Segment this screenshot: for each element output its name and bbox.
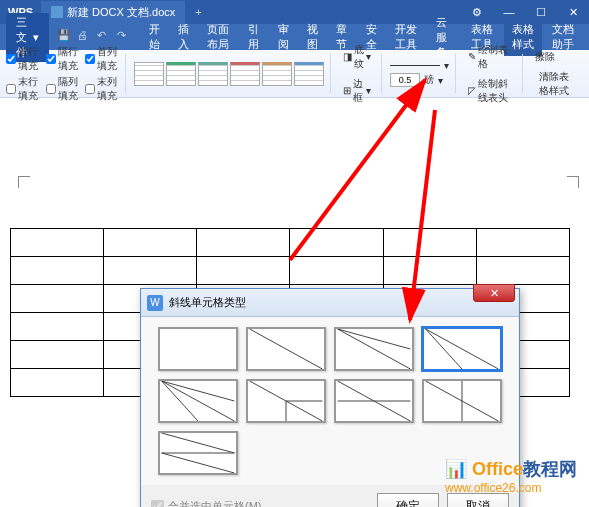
ok-button[interactable]: 确定 <box>377 493 439 507</box>
diag-type-tl-br[interactable] <box>246 327 326 371</box>
svg-line-7 <box>162 381 198 421</box>
chk-last-col[interactable]: 末列填充 <box>85 75 119 103</box>
quick-toolbar: 💾 🖨 ↶ ↷ <box>57 29 133 45</box>
watermark: 📊 Office教程网 www.office26.com <box>445 457 577 495</box>
diag-type-hsplit[interactable] <box>334 379 414 423</box>
merge-checkbox[interactable]: 合并选中单元格(M) <box>151 499 262 507</box>
table-style-3[interactable] <box>198 62 228 86</box>
ribbon-shading-border: ◨ 底纹 ▾ ⊞ 边框 ▾ <box>339 54 382 93</box>
menu-view[interactable]: 视图 <box>299 18 326 56</box>
table-style-1[interactable] <box>134 62 164 86</box>
brand-cn: 教程网 <box>523 459 577 479</box>
diag-type-vsplit[interactable] <box>422 379 502 423</box>
ribbon-fill-options: 首行填充 隔行填充 首列填充 末行填充 隔列填充 末列填充 <box>6 54 126 93</box>
clear-style-button[interactable]: 清除表格样式 <box>531 68 577 100</box>
ribbon-draw: ✎ 绘制表格 ◸ 绘制斜线表头 <box>464 54 523 93</box>
diag-type-split-left[interactable] <box>422 327 502 371</box>
chevron-down-icon: ▾ <box>33 31 39 44</box>
ribbon-erase: 擦除 清除表格样式 <box>531 54 583 93</box>
diag-type-double[interactable] <box>158 431 238 475</box>
ribbon-style-gallery <box>134 54 331 93</box>
menu-review[interactable]: 审阅 <box>270 18 297 56</box>
diag-type-three[interactable] <box>158 379 238 423</box>
table-style-5[interactable] <box>262 62 292 86</box>
chk-first-col[interactable]: 首列填充 <box>85 45 119 73</box>
chk-alt-row[interactable]: 隔行填充 <box>46 45 80 73</box>
print-icon[interactable]: 🖨 <box>77 29 93 45</box>
svg-line-2 <box>338 329 411 369</box>
menu-layout[interactable]: 页面布局 <box>199 18 238 56</box>
diag-type-split-top[interactable] <box>334 327 414 371</box>
docx-icon <box>51 6 63 18</box>
menu-reference[interactable]: 引用 <box>240 18 267 56</box>
svg-line-4 <box>426 329 462 369</box>
dialog-close-button[interactable]: ✕ <box>473 284 515 302</box>
chk-alt-col[interactable]: 隔列填充 <box>46 75 80 103</box>
new-tab-button[interactable]: + <box>185 6 211 18</box>
svg-line-0 <box>250 329 323 369</box>
chk-first-row[interactable]: 首行填充 <box>6 45 40 73</box>
save-icon[interactable]: 💾 <box>57 29 73 45</box>
table-style-4[interactable] <box>230 62 260 86</box>
redo-icon[interactable]: ↷ <box>117 29 133 45</box>
eraser-button[interactable]: 擦除 <box>531 48 577 66</box>
brand-url: www.office26.com <box>445 481 577 495</box>
wps-icon: W <box>147 295 163 311</box>
svg-line-6 <box>162 381 235 421</box>
menu-insert[interactable]: 插入 <box>170 18 197 56</box>
menu-start[interactable]: 开始 <box>141 18 168 56</box>
svg-line-3 <box>426 329 499 369</box>
undo-icon[interactable]: ↶ <box>97 29 113 45</box>
page-corner-left <box>18 176 30 188</box>
diag-type-vh[interactable] <box>246 379 326 423</box>
cancel-button[interactable]: 取消 <box>447 493 509 507</box>
line-unit: 磅 <box>424 73 434 87</box>
brand-office: Office <box>472 459 523 479</box>
chk-last-row[interactable]: 末行填充 <box>6 75 40 103</box>
svg-line-16 <box>162 453 235 473</box>
office-icon: 📊 <box>445 459 467 479</box>
table-style-2[interactable] <box>166 62 196 86</box>
ribbon: 首行填充 隔行填充 首列填充 末行填充 隔列填充 末列填充 ◨ 底纹 ▾ ⊞ 边… <box>0 50 589 98</box>
border-button[interactable]: ⊞ 边框 ▾ <box>339 75 375 107</box>
diag-type-none[interactable] <box>158 327 238 371</box>
dialog-title-bar[interactable]: W 斜线单元格类型 ✕ <box>141 289 519 317</box>
line-width-input[interactable] <box>390 73 420 87</box>
svg-line-15 <box>162 433 235 453</box>
draw-table-button[interactable]: ✎ 绘制表格 <box>464 41 516 73</box>
page-corner-right <box>567 176 579 188</box>
shading-button[interactable]: ◨ 底纹 ▾ <box>339 41 375 73</box>
table-style-6[interactable] <box>294 62 324 86</box>
svg-line-1 <box>338 329 411 349</box>
ribbon-line-style: ▾ 磅 ▾ <box>390 54 456 93</box>
svg-line-5 <box>162 381 235 401</box>
draw-diagonal-button[interactable]: ◸ 绘制斜线表头 <box>464 75 516 107</box>
menu-dev[interactable]: 开发工具 <box>387 18 426 56</box>
dialog-title-text: 斜线单元格类型 <box>169 295 246 310</box>
